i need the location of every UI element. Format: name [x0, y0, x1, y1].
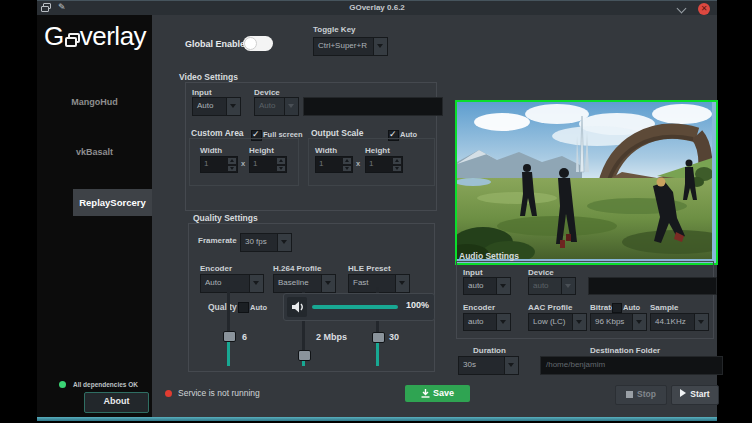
chevron-down-icon[interactable]	[496, 314, 510, 330]
bitrate-slider-handle[interactable]	[298, 350, 311, 361]
audio-encoder-select[interactable]: auto	[463, 313, 511, 331]
bitrate-auto-checkbox[interactable]	[612, 303, 622, 313]
quality-auto-label: Auto	[250, 303, 267, 312]
encoder-value: Auto	[201, 275, 249, 292]
custom-width-value: 1	[201, 157, 227, 172]
sample-value: 44.1KHz	[651, 314, 694, 330]
stop-button[interactable]: Stop	[615, 385, 667, 405]
close-icon[interactable]: ✕	[698, 3, 710, 15]
global-enable-label: Global Enable	[185, 39, 245, 49]
custom-height-spinbox[interactable]: 1	[249, 156, 287, 173]
video-input-label: Input	[192, 88, 212, 97]
custom-height-label: Height	[249, 146, 274, 155]
chevron-down-icon[interactable]	[572, 314, 586, 330]
framerate-select[interactable]: 30 fps	[240, 233, 292, 252]
toggle-key-value: Ctrl+Super+R	[314, 38, 373, 55]
bitrate-auto-label: Auto	[623, 303, 640, 312]
video-device-label: Device	[254, 88, 280, 97]
audio-device-label: Device	[528, 268, 554, 277]
destination-folder-label: Destination Folder	[590, 346, 660, 355]
global-enable-toggle[interactable]	[243, 36, 273, 51]
framerate-label: Framerate	[198, 236, 237, 245]
audio-device-select[interactable]: auto	[528, 277, 576, 295]
spinner-buttons[interactable]	[227, 157, 237, 172]
logo-layers-icon	[65, 33, 79, 47]
custom-width-label: Width	[200, 146, 222, 155]
chevron-down-icon[interactable]	[694, 314, 708, 330]
video-device-field[interactable]	[303, 97, 443, 116]
chevron-down-icon[interactable]	[277, 234, 291, 251]
h264-profile-label: H.264 Profile	[273, 264, 321, 273]
bitrate-select[interactable]: 96 Kbps	[590, 313, 647, 331]
video-settings-title: Video Settings	[179, 72, 238, 82]
custom-height-value: 1	[250, 157, 276, 172]
chevron-down-icon[interactable]	[632, 314, 646, 330]
logo-text-left: G	[44, 21, 64, 52]
custom-area-title: Custom Area	[191, 128, 244, 138]
video-input-value: Auto	[193, 98, 226, 115]
gop-slider-handle[interactable]	[372, 332, 385, 343]
quality-auto-checkbox[interactable]	[238, 302, 249, 313]
save-icon	[421, 389, 430, 398]
sidebar-item-replaysorcery[interactable]: ReplaySorcery	[73, 189, 152, 216]
audio-input-label: Input	[463, 268, 483, 277]
dimension-separator: x	[241, 159, 245, 168]
window-title: GOverlay 0.6.2	[37, 3, 717, 12]
h264-profile-value: Baseline	[274, 275, 321, 292]
about-button[interactable]: About	[84, 392, 149, 413]
scale-width-spinbox[interactable]: 1	[315, 156, 353, 173]
dimension-separator: x	[356, 159, 360, 168]
quality-slider-value: 6	[242, 332, 247, 342]
destination-folder-field[interactable]: /home/benjamim	[540, 356, 723, 375]
bitrate-slider-value: 2 Mbps	[316, 332, 347, 342]
scale-height-spinbox[interactable]: 1	[365, 156, 403, 173]
stop-button-label: Stop	[637, 389, 656, 399]
sidebar-item-mangohud[interactable]: MangoHud	[37, 97, 152, 107]
title-bar[interactable]: ✎ GOverlay 0.6.2 ✕	[37, 0, 717, 15]
encoder-select[interactable]: Auto	[200, 274, 264, 293]
audio-settings-title: Audio Settings	[459, 251, 519, 261]
chevron-down-icon[interactable]	[395, 275, 409, 292]
start-button-label: Start	[690, 389, 709, 399]
toggle-key-select[interactable]: Ctrl+Super+R	[313, 37, 388, 56]
stop-icon	[626, 391, 633, 398]
sidebar-item-vkbasalt[interactable]: vkBasalt	[37, 147, 152, 157]
quality-slider-fill	[227, 340, 230, 366]
quality-label: Quality	[208, 302, 237, 312]
hle-preset-select[interactable]: Fast	[348, 274, 410, 293]
spinner-buttons[interactable]	[276, 157, 286, 172]
quality-slider-handle[interactable]	[223, 331, 236, 342]
scale-height-label: Height	[365, 146, 390, 155]
duration-select[interactable]: 30s	[458, 356, 519, 375]
chevron-down-icon[interactable]	[504, 357, 518, 374]
audio-input-select[interactable]: auto	[463, 277, 511, 295]
scale-width-label: Width	[315, 146, 337, 155]
goverlay-logo: G verlay	[44, 21, 146, 52]
audio-device-field[interactable]	[588, 277, 717, 295]
spinner-buttons[interactable]	[392, 157, 402, 172]
aac-profile-value: Low (LC)	[529, 314, 572, 330]
video-input-select[interactable]: Auto	[192, 97, 241, 116]
sample-select[interactable]: 44.1KHz	[650, 313, 709, 331]
volume-slider[interactable]	[312, 305, 398, 309]
speaker-icon[interactable]	[287, 297, 307, 317]
desktop-panel-edge	[37, 417, 717, 421]
spinner-buttons[interactable]	[342, 157, 352, 172]
gop-slider-value: 30	[389, 332, 399, 342]
start-button[interactable]: Start	[671, 385, 719, 405]
save-button[interactable]: Save	[405, 385, 470, 402]
custom-width-spinbox[interactable]: 1	[200, 156, 238, 173]
logo-text-right: verlay	[80, 21, 146, 52]
duration-label: Duration	[473, 346, 506, 355]
chevron-down-icon[interactable]	[226, 98, 240, 115]
chevron-down-icon[interactable]	[249, 275, 263, 292]
chevron-down-icon	[561, 278, 575, 294]
aac-profile-select[interactable]: Low (LC)	[528, 313, 587, 331]
audio-encoder-label: Encoder	[463, 303, 495, 312]
chevron-down-icon[interactable]	[373, 38, 387, 55]
chevron-down-icon[interactable]	[321, 275, 335, 292]
video-device-select[interactable]: Auto	[254, 97, 299, 116]
chevron-down-icon[interactable]	[496, 278, 510, 294]
save-button-label: Save	[433, 388, 454, 398]
audio-input-value: auto	[464, 278, 496, 294]
